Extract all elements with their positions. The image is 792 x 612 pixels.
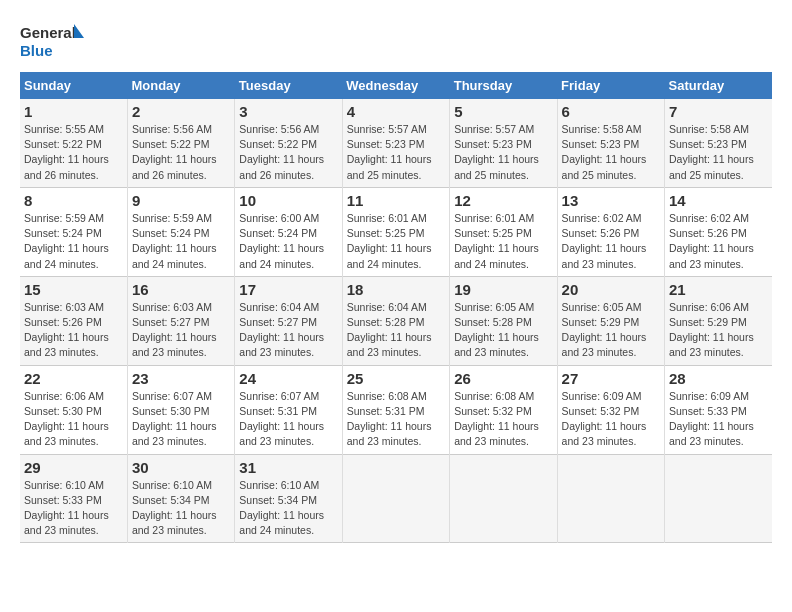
calendar-cell: 3Sunrise: 5:56 AM Sunset: 5:22 PM Daylig… [235,99,342,187]
day-number: 3 [239,103,337,120]
day-info: Sunrise: 6:07 AM Sunset: 5:31 PM Dayligh… [239,389,337,450]
day-info: Sunrise: 6:10 AM Sunset: 5:34 PM Dayligh… [239,478,337,539]
day-number: 16 [132,281,230,298]
day-number: 11 [347,192,445,209]
day-info: Sunrise: 5:59 AM Sunset: 5:24 PM Dayligh… [132,211,230,272]
calendar-cell: 5Sunrise: 5:57 AM Sunset: 5:23 PM Daylig… [450,99,557,187]
day-info: Sunrise: 5:58 AM Sunset: 5:23 PM Dayligh… [562,122,660,183]
day-number: 9 [132,192,230,209]
calendar-cell: 7Sunrise: 5:58 AM Sunset: 5:23 PM Daylig… [665,99,772,187]
svg-text:General: General [20,24,76,41]
day-info: Sunrise: 5:56 AM Sunset: 5:22 PM Dayligh… [132,122,230,183]
calendar-table: SundayMondayTuesdayWednesdayThursdayFrid… [20,72,772,543]
day-number: 24 [239,370,337,387]
day-info: Sunrise: 6:02 AM Sunset: 5:26 PM Dayligh… [669,211,768,272]
page-header: GeneralBlue [20,20,772,62]
day-info: Sunrise: 6:02 AM Sunset: 5:26 PM Dayligh… [562,211,660,272]
calendar-cell: 4Sunrise: 5:57 AM Sunset: 5:23 PM Daylig… [342,99,449,187]
day-number: 22 [24,370,123,387]
day-number: 17 [239,281,337,298]
day-info: Sunrise: 6:04 AM Sunset: 5:27 PM Dayligh… [239,300,337,361]
calendar-cell: 31Sunrise: 6:10 AM Sunset: 5:34 PM Dayli… [235,454,342,543]
svg-text:Blue: Blue [20,42,53,59]
calendar-cell: 14Sunrise: 6:02 AM Sunset: 5:26 PM Dayli… [665,187,772,276]
calendar-cell [665,454,772,543]
day-number: 2 [132,103,230,120]
calendar-week-row: 22Sunrise: 6:06 AM Sunset: 5:30 PM Dayli… [20,365,772,454]
day-number: 18 [347,281,445,298]
calendar-cell: 22Sunrise: 6:06 AM Sunset: 5:30 PM Dayli… [20,365,127,454]
logo-icon: GeneralBlue [20,20,90,62]
day-info: Sunrise: 6:05 AM Sunset: 5:28 PM Dayligh… [454,300,552,361]
day-info: Sunrise: 6:01 AM Sunset: 5:25 PM Dayligh… [347,211,445,272]
weekday-header: Sunday [20,72,127,99]
day-number: 15 [24,281,123,298]
calendar-cell: 16Sunrise: 6:03 AM Sunset: 5:27 PM Dayli… [127,276,234,365]
calendar-cell: 29Sunrise: 6:10 AM Sunset: 5:33 PM Dayli… [20,454,127,543]
weekday-header: Saturday [665,72,772,99]
day-number: 28 [669,370,768,387]
calendar-cell: 30Sunrise: 6:10 AM Sunset: 5:34 PM Dayli… [127,454,234,543]
day-number: 5 [454,103,552,120]
day-number: 21 [669,281,768,298]
weekday-header-row: SundayMondayTuesdayWednesdayThursdayFrid… [20,72,772,99]
weekday-header: Tuesday [235,72,342,99]
weekday-header: Thursday [450,72,557,99]
day-number: 1 [24,103,123,120]
calendar-cell: 20Sunrise: 6:05 AM Sunset: 5:29 PM Dayli… [557,276,664,365]
day-info: Sunrise: 5:55 AM Sunset: 5:22 PM Dayligh… [24,122,123,183]
day-info: Sunrise: 6:07 AM Sunset: 5:30 PM Dayligh… [132,389,230,450]
day-info: Sunrise: 5:57 AM Sunset: 5:23 PM Dayligh… [454,122,552,183]
calendar-cell: 12Sunrise: 6:01 AM Sunset: 5:25 PM Dayli… [450,187,557,276]
day-info: Sunrise: 6:06 AM Sunset: 5:29 PM Dayligh… [669,300,768,361]
calendar-cell: 26Sunrise: 6:08 AM Sunset: 5:32 PM Dayli… [450,365,557,454]
calendar-cell: 15Sunrise: 6:03 AM Sunset: 5:26 PM Dayli… [20,276,127,365]
day-number: 20 [562,281,660,298]
calendar-week-row: 15Sunrise: 6:03 AM Sunset: 5:26 PM Dayli… [20,276,772,365]
day-number: 29 [24,459,123,476]
calendar-cell: 9Sunrise: 5:59 AM Sunset: 5:24 PM Daylig… [127,187,234,276]
day-number: 4 [347,103,445,120]
weekday-header: Wednesday [342,72,449,99]
calendar-cell: 6Sunrise: 5:58 AM Sunset: 5:23 PM Daylig… [557,99,664,187]
day-number: 19 [454,281,552,298]
calendar-cell: 11Sunrise: 6:01 AM Sunset: 5:25 PM Dayli… [342,187,449,276]
calendar-week-row: 8Sunrise: 5:59 AM Sunset: 5:24 PM Daylig… [20,187,772,276]
calendar-cell: 10Sunrise: 6:00 AM Sunset: 5:24 PM Dayli… [235,187,342,276]
day-info: Sunrise: 6:01 AM Sunset: 5:25 PM Dayligh… [454,211,552,272]
calendar-cell: 13Sunrise: 6:02 AM Sunset: 5:26 PM Dayli… [557,187,664,276]
day-number: 23 [132,370,230,387]
day-number: 27 [562,370,660,387]
weekday-header: Friday [557,72,664,99]
day-number: 7 [669,103,768,120]
calendar-cell: 8Sunrise: 5:59 AM Sunset: 5:24 PM Daylig… [20,187,127,276]
day-info: Sunrise: 6:03 AM Sunset: 5:26 PM Dayligh… [24,300,123,361]
calendar-cell: 27Sunrise: 6:09 AM Sunset: 5:32 PM Dayli… [557,365,664,454]
calendar-cell: 18Sunrise: 6:04 AM Sunset: 5:28 PM Dayli… [342,276,449,365]
day-info: Sunrise: 6:00 AM Sunset: 5:24 PM Dayligh… [239,211,337,272]
calendar-cell: 2Sunrise: 5:56 AM Sunset: 5:22 PM Daylig… [127,99,234,187]
calendar-cell [342,454,449,543]
calendar-cell [557,454,664,543]
day-number: 25 [347,370,445,387]
day-info: Sunrise: 5:57 AM Sunset: 5:23 PM Dayligh… [347,122,445,183]
day-number: 30 [132,459,230,476]
calendar-cell: 1Sunrise: 5:55 AM Sunset: 5:22 PM Daylig… [20,99,127,187]
day-info: Sunrise: 6:05 AM Sunset: 5:29 PM Dayligh… [562,300,660,361]
calendar-cell [450,454,557,543]
day-info: Sunrise: 6:10 AM Sunset: 5:34 PM Dayligh… [132,478,230,539]
weekday-header: Monday [127,72,234,99]
calendar-cell: 19Sunrise: 6:05 AM Sunset: 5:28 PM Dayli… [450,276,557,365]
day-number: 26 [454,370,552,387]
calendar-cell: 21Sunrise: 6:06 AM Sunset: 5:29 PM Dayli… [665,276,772,365]
day-info: Sunrise: 6:10 AM Sunset: 5:33 PM Dayligh… [24,478,123,539]
day-number: 12 [454,192,552,209]
day-number: 10 [239,192,337,209]
day-number: 6 [562,103,660,120]
day-info: Sunrise: 6:04 AM Sunset: 5:28 PM Dayligh… [347,300,445,361]
day-info: Sunrise: 6:08 AM Sunset: 5:31 PM Dayligh… [347,389,445,450]
day-info: Sunrise: 6:06 AM Sunset: 5:30 PM Dayligh… [24,389,123,450]
day-number: 8 [24,192,123,209]
calendar-cell: 25Sunrise: 6:08 AM Sunset: 5:31 PM Dayli… [342,365,449,454]
day-number: 14 [669,192,768,209]
